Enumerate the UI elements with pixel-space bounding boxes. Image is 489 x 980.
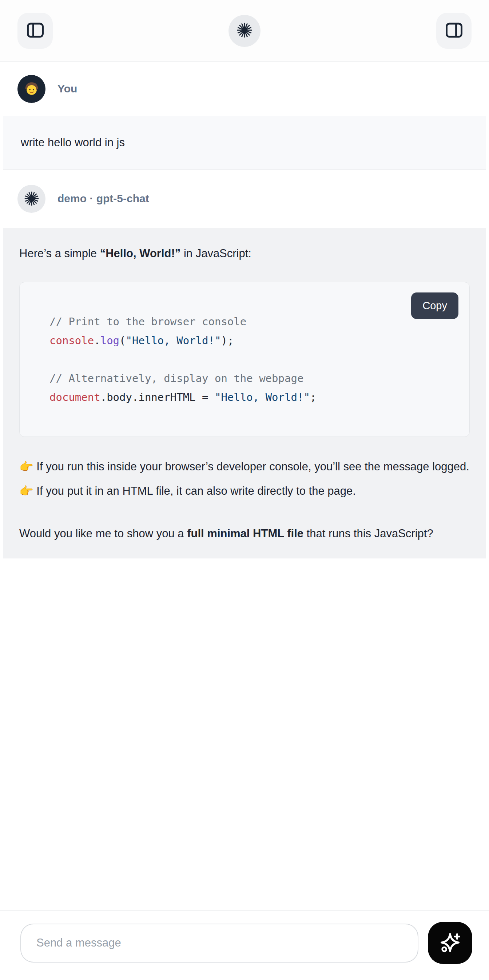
assistant-starburst-avatar-icon	[18, 185, 46, 213]
user-message-header: You	[0, 62, 489, 116]
assistant-message-bubble: Here’s a simple “Hello, World!” in JavaS…	[3, 228, 486, 558]
panel-left-icon	[25, 20, 46, 41]
chat-scroll-area[interactable]: You write hello world in js demo	[0, 62, 489, 910]
sparkle-plus-icon	[438, 931, 462, 956]
message-input[interactable]	[21, 924, 419, 963]
send-message-button[interactable]	[428, 922, 472, 964]
user-message-text: write hello world in js	[21, 136, 125, 149]
code-content: // Print to the browser consoleconsole.l…	[49, 312, 452, 407]
code-block: Copy // Print to the browser consolecons…	[19, 282, 470, 437]
assistant-intro-paragraph: Here’s a simple “Hello, World!” in JavaS…	[19, 241, 470, 266]
app-header	[0, 0, 489, 62]
assistant-notes-paragraph: 👉 If you run this inside your browser’s …	[19, 454, 470, 503]
panel-right-icon	[444, 20, 464, 41]
assistant-message-header: demo · gpt-5-chat	[0, 170, 489, 228]
assistant-sender-label: demo · gpt-5-chat	[57, 192, 149, 205]
toggle-left-sidebar-button[interactable]	[18, 13, 53, 49]
composer-bar	[0, 910, 489, 980]
copy-code-button[interactable]: Copy	[411, 293, 459, 319]
starburst-logo-icon	[236, 22, 253, 40]
person-avatar-icon	[18, 75, 46, 103]
user-message-bubble: write hello world in js	[3, 116, 486, 170]
model-logo-button[interactable]	[228, 15, 261, 47]
user-sender-label: You	[57, 83, 77, 95]
toggle-right-sidebar-button[interactable]	[436, 13, 471, 49]
assistant-followup-paragraph: Would you like me to show you a full min…	[19, 521, 470, 546]
